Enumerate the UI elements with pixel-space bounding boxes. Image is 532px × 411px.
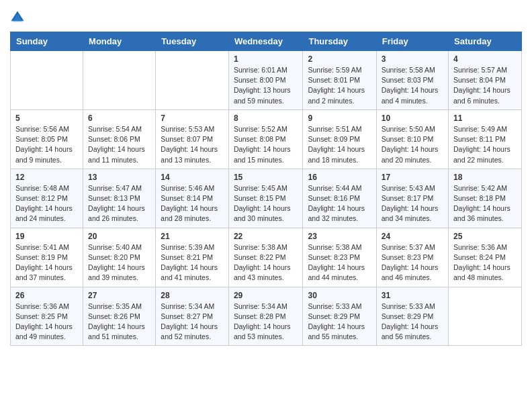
day-cell: 22Sunrise: 5:38 AM Sunset: 8:22 PM Dayli…	[228, 228, 303, 287]
day-cell: 11Sunrise: 5:49 AM Sunset: 8:11 PM Dayli…	[449, 109, 522, 169]
week-row-1: 1Sunrise: 6:01 AM Sunset: 8:00 PM Daylig…	[11, 51, 522, 110]
weekday-header-sunday: Sunday	[11, 32, 83, 51]
day-cell: 7Sunrise: 5:53 AM Sunset: 8:07 PM Daylig…	[156, 109, 229, 169]
day-info: Sunrise: 5:48 AM Sunset: 8:12 PM Dayligh…	[15, 183, 78, 224]
day-cell: 26Sunrise: 5:36 AM Sunset: 8:25 PM Dayli…	[11, 287, 83, 346]
day-cell: 18Sunrise: 5:42 AM Sunset: 8:18 PM Dayli…	[449, 169, 522, 228]
day-number: 11	[453, 113, 517, 123]
day-cell: 21Sunrise: 5:39 AM Sunset: 8:21 PM Dayli…	[156, 228, 229, 287]
day-cell: 30Sunrise: 5:33 AM Sunset: 8:29 PM Dayli…	[303, 287, 376, 346]
day-number: 13	[88, 173, 150, 182]
day-info: Sunrise: 5:34 AM Sunset: 8:27 PM Dayligh…	[161, 302, 224, 342]
day-cell: 25Sunrise: 5:36 AM Sunset: 8:24 PM Dayli…	[449, 228, 522, 287]
weekday-header-saturday: Saturday	[449, 32, 522, 51]
day-number: 25	[453, 232, 517, 241]
day-info: Sunrise: 5:59 AM Sunset: 8:01 PM Dayligh…	[308, 65, 371, 106]
day-cell: 14Sunrise: 5:46 AM Sunset: 8:14 PM Dayli…	[156, 169, 229, 228]
day-cell: 20Sunrise: 5:40 AM Sunset: 8:20 PM Dayli…	[83, 228, 156, 287]
weekday-header-thursday: Thursday	[303, 32, 376, 51]
day-info: Sunrise: 5:51 AM Sunset: 8:09 PM Dayligh…	[308, 124, 371, 165]
day-number: 1	[234, 54, 298, 64]
day-info: Sunrise: 5:36 AM Sunset: 8:25 PM Dayligh…	[15, 302, 78, 342]
day-number: 21	[161, 232, 224, 241]
week-row-2: 5Sunrise: 5:56 AM Sunset: 8:05 PM Daylig…	[11, 109, 522, 169]
day-number: 9	[308, 113, 371, 123]
day-cell: 9Sunrise: 5:51 AM Sunset: 8:09 PM Daylig…	[303, 109, 376, 169]
day-number: 18	[453, 173, 517, 182]
day-cell: 1Sunrise: 6:01 AM Sunset: 8:00 PM Daylig…	[228, 51, 303, 110]
day-cell: 13Sunrise: 5:47 AM Sunset: 8:13 PM Dayli…	[83, 169, 156, 228]
calendar-table: SundayMondayTuesdayWednesdayThursdayFrid…	[10, 32, 522, 346]
logo	[10, 10, 28, 25]
week-row-3: 12Sunrise: 5:48 AM Sunset: 8:12 PM Dayli…	[11, 169, 522, 228]
week-row-5: 26Sunrise: 5:36 AM Sunset: 8:25 PM Dayli…	[11, 287, 522, 346]
day-cell	[156, 51, 229, 110]
weekday-header-tuesday: Tuesday	[156, 32, 229, 51]
day-number: 10	[382, 113, 443, 123]
day-info: Sunrise: 5:35 AM Sunset: 8:26 PM Dayligh…	[88, 302, 150, 342]
day-info: Sunrise: 6:01 AM Sunset: 8:00 PM Dayligh…	[234, 65, 298, 106]
day-number: 30	[308, 291, 371, 300]
day-info: Sunrise: 5:33 AM Sunset: 8:29 PM Dayligh…	[382, 302, 443, 342]
day-number: 7	[161, 113, 224, 123]
day-number: 17	[382, 173, 443, 182]
day-info: Sunrise: 5:53 AM Sunset: 8:07 PM Dayligh…	[161, 124, 224, 165]
week-row-4: 19Sunrise: 5:41 AM Sunset: 8:19 PM Dayli…	[11, 228, 522, 287]
day-number: 20	[88, 232, 150, 241]
day-info: Sunrise: 5:52 AM Sunset: 8:08 PM Dayligh…	[234, 124, 298, 165]
day-info: Sunrise: 5:54 AM Sunset: 8:06 PM Dayligh…	[88, 124, 150, 165]
weekday-header-wednesday: Wednesday	[228, 32, 303, 51]
day-cell: 19Sunrise: 5:41 AM Sunset: 8:19 PM Dayli…	[11, 228, 83, 287]
day-number: 2	[308, 54, 371, 64]
day-cell: 12Sunrise: 5:48 AM Sunset: 8:12 PM Dayli…	[11, 169, 83, 228]
day-cell: 3Sunrise: 5:58 AM Sunset: 8:03 PM Daylig…	[376, 51, 448, 110]
day-info: Sunrise: 5:39 AM Sunset: 8:21 PM Dayligh…	[161, 242, 224, 283]
day-number: 27	[88, 291, 150, 300]
day-cell: 28Sunrise: 5:34 AM Sunset: 8:27 PM Dayli…	[156, 287, 229, 346]
logo-icon	[10, 10, 25, 25]
day-number: 24	[382, 232, 443, 241]
day-cell: 5Sunrise: 5:56 AM Sunset: 8:05 PM Daylig…	[11, 109, 83, 169]
day-info: Sunrise: 5:45 AM Sunset: 8:15 PM Dayligh…	[234, 183, 298, 224]
day-cell: 15Sunrise: 5:45 AM Sunset: 8:15 PM Dayli…	[228, 169, 303, 228]
day-info: Sunrise: 5:33 AM Sunset: 8:29 PM Dayligh…	[308, 302, 371, 342]
day-cell: 31Sunrise: 5:33 AM Sunset: 8:29 PM Dayli…	[376, 287, 448, 346]
day-info: Sunrise: 5:41 AM Sunset: 8:19 PM Dayligh…	[15, 242, 78, 283]
day-cell: 17Sunrise: 5:43 AM Sunset: 8:17 PM Dayli…	[376, 169, 448, 228]
day-cell	[449, 287, 522, 346]
day-cell: 6Sunrise: 5:54 AM Sunset: 8:06 PM Daylig…	[83, 109, 156, 169]
day-info: Sunrise: 5:47 AM Sunset: 8:13 PM Dayligh…	[88, 183, 150, 224]
day-number: 22	[234, 232, 298, 241]
day-info: Sunrise: 5:50 AM Sunset: 8:10 PM Dayligh…	[382, 124, 443, 165]
day-number: 26	[15, 291, 78, 300]
day-cell: 4Sunrise: 5:57 AM Sunset: 8:04 PM Daylig…	[449, 51, 522, 110]
day-cell: 8Sunrise: 5:52 AM Sunset: 8:08 PM Daylig…	[228, 109, 303, 169]
day-info: Sunrise: 5:57 AM Sunset: 8:04 PM Dayligh…	[453, 65, 517, 106]
day-number: 3	[382, 54, 443, 64]
day-cell	[83, 51, 156, 110]
day-info: Sunrise: 5:43 AM Sunset: 8:17 PM Dayligh…	[382, 183, 443, 224]
day-info: Sunrise: 5:36 AM Sunset: 8:24 PM Dayligh…	[453, 242, 517, 283]
day-cell: 24Sunrise: 5:37 AM Sunset: 8:23 PM Dayli…	[376, 228, 448, 287]
day-cell	[11, 51, 83, 110]
weekday-header-monday: Monday	[83, 32, 156, 51]
day-info: Sunrise: 5:42 AM Sunset: 8:18 PM Dayligh…	[453, 183, 517, 224]
weekday-header-row: SundayMondayTuesdayWednesdayThursdayFrid…	[11, 32, 522, 51]
day-info: Sunrise: 5:56 AM Sunset: 8:05 PM Dayligh…	[15, 124, 78, 165]
day-number: 23	[308, 232, 371, 241]
day-number: 12	[15, 173, 78, 182]
day-info: Sunrise: 5:58 AM Sunset: 8:03 PM Dayligh…	[382, 65, 443, 106]
day-number: 31	[382, 291, 443, 300]
day-info: Sunrise: 5:38 AM Sunset: 8:22 PM Dayligh…	[234, 242, 298, 283]
page-header	[10, 10, 522, 25]
day-number: 28	[161, 291, 224, 300]
day-number: 4	[453, 54, 517, 64]
day-number: 6	[88, 113, 150, 123]
day-number: 15	[234, 173, 298, 182]
day-info: Sunrise: 5:44 AM Sunset: 8:16 PM Dayligh…	[308, 183, 371, 224]
day-number: 8	[234, 113, 298, 123]
day-number: 16	[308, 173, 371, 182]
day-cell: 27Sunrise: 5:35 AM Sunset: 8:26 PM Dayli…	[83, 287, 156, 346]
day-cell: 10Sunrise: 5:50 AM Sunset: 8:10 PM Dayli…	[376, 109, 448, 169]
day-cell: 29Sunrise: 5:34 AM Sunset: 8:28 PM Dayli…	[228, 287, 303, 346]
